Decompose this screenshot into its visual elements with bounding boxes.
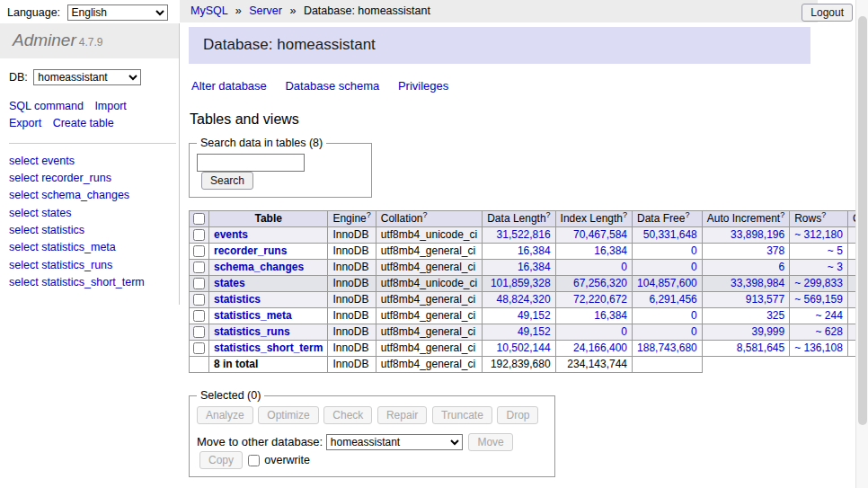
search-button[interactable]: Search (201, 172, 253, 190)
cell-table-name: statistics_runs (209, 324, 328, 341)
sidebar-table-link-select-events[interactable]: select events (9, 153, 179, 170)
data-free-link[interactable]: 188,743,680 (637, 342, 697, 354)
auto-increment-link[interactable]: 33,398,984 (731, 277, 784, 289)
check-button[interactable]: Check (323, 406, 372, 424)
auto-increment-link[interactable]: 325 (766, 309, 784, 322)
scrollbar[interactable] (855, 0, 868, 488)
index-length-link[interactable]: 24,166,400 (573, 342, 627, 354)
index-length-link[interactable]: 70,467,584 (573, 228, 627, 241)
rows-link[interactable]: ~ 244 (816, 309, 843, 322)
logout-button[interactable]: Logout (802, 4, 853, 22)
sidebar-link-create-table[interactable]: Create table (53, 117, 114, 129)
data-free-link[interactable]: 0 (691, 261, 697, 273)
index-length-link[interactable]: 16,384 (594, 244, 627, 257)
auto-increment-link[interactable]: 33,898,196 (731, 228, 784, 241)
optimize-button[interactable]: Optimize (258, 406, 318, 424)
overwrite-checkbox[interactable] (248, 455, 260, 466)
index-length-link[interactable]: 0 (621, 261, 627, 273)
index-length-link[interactable]: 67,256,320 (573, 277, 627, 289)
sidebar-table-link-select-statistics[interactable]: select statistics (9, 222, 179, 239)
data-free-link[interactable]: 6,291,456 (649, 293, 696, 306)
data-length-link[interactable]: 48,824,320 (497, 293, 551, 306)
data-free-link[interactable]: 0 (691, 325, 697, 338)
repair-button[interactable]: Repair (377, 406, 427, 424)
row-checkbox[interactable] (193, 245, 205, 257)
data-length-link[interactable]: 31,522,816 (497, 228, 551, 241)
sidebar-table-link-select-states[interactable]: select states (9, 205, 179, 222)
index-length-link[interactable]: 0 (621, 325, 627, 338)
breadcrumb-link-mysql[interactable]: MySQL (190, 4, 227, 17)
sidebar-table-link-select-statistics_runs[interactable]: select statistics_runs (9, 257, 179, 274)
data-length-link[interactable]: 10,502,144 (497, 342, 551, 354)
data-length-link[interactable]: 49,152 (518, 325, 551, 338)
column-header-index-length: Index Length? (555, 211, 632, 227)
auto-increment-link[interactable]: 8,581,645 (737, 342, 784, 354)
scrollbar-thumb[interactable] (858, 16, 867, 425)
db-select[interactable]: homeassistant (33, 69, 141, 85)
sidebar-table-link-select-statistics_short_term[interactable]: select statistics_short_term (9, 274, 179, 291)
row-checkbox[interactable] (193, 229, 205, 241)
table-link-events[interactable]: events (214, 228, 248, 241)
data-free-link[interactable]: 0 (691, 309, 697, 322)
table-link-statistics[interactable]: statistics (214, 293, 261, 306)
rows-link[interactable]: ~ 628 (816, 325, 843, 338)
search-input[interactable] (197, 154, 305, 172)
analyze-button[interactable]: Analyze (197, 406, 253, 424)
data-length-link[interactable]: 101,859,328 (491, 277, 551, 289)
sidebar-link-export[interactable]: Export (9, 117, 41, 129)
sidebar-table-link-select-recorder_runs[interactable]: select recorder_runs (9, 170, 179, 187)
cell-engine: InnoDB (328, 341, 376, 357)
row-checkbox[interactable] (193, 342, 205, 354)
select-all-checkbox[interactable] (193, 213, 205, 225)
cell-collation: utf8mb4_general_ci (376, 260, 482, 276)
cell-index-length: 0 (555, 324, 632, 341)
table-link-statistics_runs[interactable]: statistics_runs (214, 325, 290, 338)
table-link-recorder_runs[interactable]: recorder_runs (214, 244, 287, 257)
rows-link[interactable]: ~ 312,180 (794, 228, 843, 241)
move-button[interactable]: Move (468, 433, 512, 451)
table-link-states[interactable]: states (214, 277, 245, 289)
move-db-select[interactable]: homeassistant (326, 434, 463, 450)
db-action-link-privileges[interactable]: Privileges (398, 79, 448, 93)
cell-engine: InnoDB (328, 227, 376, 244)
row-checkbox[interactable] (193, 294, 205, 306)
table-link-statistics_short_term[interactable]: statistics_short_term (214, 342, 323, 354)
truncate-button[interactable]: Truncate (432, 406, 492, 424)
row-checkbox[interactable] (193, 278, 205, 289)
table-link-schema_changes[interactable]: schema_changes (214, 261, 304, 273)
rows-link[interactable]: ~ 3 (828, 261, 843, 273)
language-select[interactable]: English (67, 4, 168, 21)
index-length-link[interactable]: 72,220,672 (573, 293, 627, 306)
data-free-link[interactable]: 104,857,600 (637, 277, 697, 289)
rows-link[interactable]: ~ 5 (828, 244, 843, 257)
auto-increment-link[interactable]: 913,577 (746, 293, 784, 306)
sidebar-link-import[interactable]: Import (94, 100, 126, 112)
row-checkbox[interactable] (193, 262, 205, 273)
db-action-link-alter-database[interactable]: Alter database (191, 79, 267, 93)
data-length-link[interactable]: 49,152 (518, 309, 551, 322)
auto-increment-link[interactable]: 378 (766, 244, 784, 257)
sidebar-table-link-select-statistics_meta[interactable]: select statistics_meta (9, 239, 179, 256)
auto-increment-link[interactable]: 39,999 (751, 325, 784, 338)
data-length-link[interactable]: 16,384 (518, 244, 551, 257)
rows-link[interactable]: ~ 299,833 (794, 277, 843, 289)
sidebar-table-link-select-schema_changes[interactable]: select schema_changes (9, 187, 179, 204)
copy-button[interactable]: Copy (199, 451, 243, 469)
sidebar-link-sql-command[interactable]: SQL command (9, 100, 84, 112)
data-length-link[interactable]: 16,384 (518, 261, 551, 273)
rows-link[interactable]: ~ 136,108 (794, 342, 843, 354)
index-length-link[interactable]: 16,384 (594, 309, 627, 322)
row-checkbox[interactable] (193, 310, 205, 322)
data-free-link[interactable]: 0 (691, 244, 697, 257)
table-link-statistics_meta[interactable]: statistics_meta (214, 309, 292, 322)
row-checkbox[interactable] (193, 326, 205, 338)
drop-button[interactable]: Drop (497, 406, 538, 424)
breadcrumb-link-server[interactable]: Server (249, 4, 282, 17)
rows-link[interactable]: ~ 569,159 (794, 293, 843, 306)
data-free-link[interactable]: 50,331,648 (643, 228, 697, 241)
db-action-link-database-schema[interactable]: Database schema (285, 79, 379, 93)
auto-increment-link[interactable]: 6 (778, 261, 784, 273)
overwrite-label[interactable]: overwrite (264, 454, 310, 466)
adminer-logo-link[interactable]: Adminer (13, 31, 76, 49)
cell-collation: utf8mb4_unicode_ci (376, 276, 482, 292)
